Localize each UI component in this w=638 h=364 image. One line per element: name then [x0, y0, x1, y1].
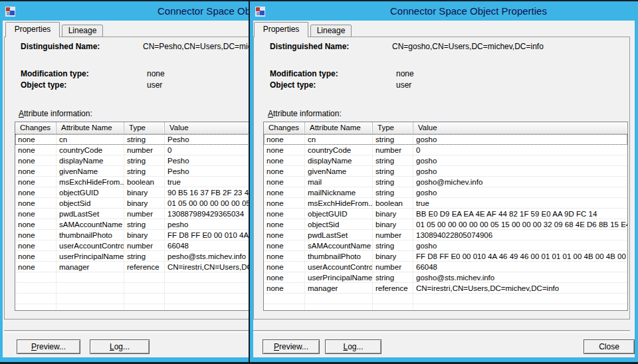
- table-cell: string: [373, 272, 413, 283]
- table-cell: CN=irestri,CN=Users,DC=m: [165, 262, 250, 272]
- table-row[interactable]: nonepwdLastSetnumber130887989429365034: [15, 209, 250, 219]
- table-cell: none: [15, 230, 56, 240]
- table-cell: string: [124, 166, 165, 177]
- header-cell-value[interactable]: Value: [165, 122, 250, 134]
- attribute-table[interactable]: Changes Attribute Name Type Value nonecn…: [15, 122, 250, 311]
- tab-properties[interactable]: Properties: [5, 22, 60, 37]
- table-cell: [124, 272, 165, 283]
- table-cell: reference: [124, 262, 165, 272]
- table-row[interactable]: noneobjectGUIDbinary90 B5 16 37 FB 2F 23…: [15, 187, 250, 198]
- table-row[interactable]: nonemailNicknamestringgosho: [264, 187, 627, 198]
- table-cell: none: [15, 177, 56, 187]
- table-cell: givenName: [56, 166, 124, 177]
- preview-button[interactable]: Preview...: [263, 339, 320, 354]
- table-cell: gosho@michev.info: [413, 177, 627, 187]
- preview-button[interactable]: Preview...: [17, 339, 80, 354]
- table-cell: string: [373, 177, 413, 187]
- table-cell: true: [413, 198, 627, 209]
- table-row[interactable]: nonecountryCodenumber0: [264, 145, 627, 155]
- table-cell: [305, 304, 373, 311]
- titlebar[interactable]: Connector Space Object Properties: [0, 1, 250, 21]
- table-row[interactable]: noneobjectSidbinary01 05 00 00 00 00 00 …: [15, 198, 250, 209]
- table-cell: [124, 283, 165, 294]
- tab-lineage[interactable]: Lineage: [62, 25, 103, 37]
- table-row[interactable]: noneuserAccountControlnumber66048: [15, 240, 250, 251]
- table-row[interactable]: noneuserPrincipalNamestringgosho@sts.mic…: [264, 272, 627, 283]
- table-row[interactable]: noneobjectSidbinary01 05 00 00 00 00 00 …: [264, 219, 627, 230]
- header-cell-value[interactable]: Value: [413, 122, 627, 134]
- table-row[interactable]: nonethumbnailPhotobinaryFF D8 FF E0 00 0…: [15, 230, 250, 240]
- table-row[interactable]: noneuserAccountControlnumber66048: [264, 262, 627, 272]
- table-row-empty: [264, 304, 627, 311]
- table-cell: FF D8 FF E0 00 010 4A 46: [165, 230, 250, 240]
- table-row[interactable]: nonecnstringgosho: [264, 134, 627, 145]
- table-cell: [413, 304, 627, 311]
- header-cell-attribute-name[interactable]: Attribute Name: [56, 122, 124, 134]
- table-cell: Pesho: [165, 166, 250, 177]
- table-cell: [15, 304, 56, 311]
- table-row[interactable]: nonemanagerreferenceCN=irestri,CN=Users,…: [15, 262, 250, 272]
- object-type-value: user: [147, 80, 162, 90]
- table-cell: none: [264, 230, 305, 240]
- table-cell: pwdLastSet: [305, 230, 373, 240]
- table-cell: gosho@sts.michev.info: [413, 272, 627, 283]
- table-cell: none: [15, 166, 56, 177]
- attribute-table[interactable]: Changes Attribute Name Type Value nonecn…: [263, 122, 628, 311]
- window-title: Connector Space Object Properties: [390, 5, 547, 17]
- table-cell: gosho: [413, 155, 627, 166]
- log-button[interactable]: Log...: [325, 339, 381, 354]
- table-row[interactable]: nonedisplayNamestringPesho: [15, 155, 250, 166]
- table-cell: boolean: [373, 198, 413, 209]
- table-cell: none: [264, 187, 305, 198]
- table-row-empty: [15, 294, 250, 304]
- table-row[interactable]: noneobjectGUIDbinaryBB E0 D9 EA EA 4E AF…: [264, 209, 627, 219]
- app-icon[interactable]: [255, 7, 265, 17]
- table-row[interactable]: nonesAMAccountNamestringpesho: [15, 219, 250, 230]
- table-row[interactable]: nonemanagerreferenceCN=irestri,CN=Users,…: [264, 283, 627, 294]
- table-cell: objectSid: [56, 198, 124, 209]
- table-cell: none: [264, 262, 305, 272]
- table-cell: binary: [124, 187, 165, 198]
- table-row[interactable]: nonesAMAccountNamestringgosho: [264, 240, 627, 251]
- table-row[interactable]: nonemailstringgosho@michev.info: [264, 177, 627, 187]
- app-icon[interactable]: [5, 7, 15, 17]
- table-row[interactable]: noneuserPrincipalNamestringpesho@sts.mic…: [15, 251, 250, 262]
- header-cell-type[interactable]: Type: [124, 122, 165, 134]
- table-cell: none: [264, 219, 305, 230]
- table-row[interactable]: nonepwdLastSetnumber130894022805074906: [264, 230, 627, 240]
- tab-lineage[interactable]: Lineage: [310, 25, 352, 37]
- table-row[interactable]: nonemsExchHideFrom...booleantrue: [264, 198, 627, 209]
- header-cell-changes[interactable]: Changes: [264, 122, 305, 134]
- log-button[interactable]: Log...: [90, 339, 150, 354]
- tab-strip: Properties Lineage: [5, 22, 103, 37]
- table-row-empty: [15, 272, 250, 283]
- tab-strip: Properties Lineage: [254, 22, 352, 37]
- header-cell-attribute-name[interactable]: Attribute Name: [305, 122, 373, 134]
- tab-properties[interactable]: Properties: [254, 22, 308, 37]
- table-row[interactable]: nonecnstringPesho: [15, 134, 250, 145]
- table-cell: boolean: [124, 177, 165, 187]
- table-row[interactable]: nonethumbnailPhotobinaryFF D8 FF E0 00 0…: [264, 251, 627, 262]
- table-cell: Pesho: [165, 134, 250, 145]
- table-cell: true: [165, 177, 250, 187]
- table-cell: binary: [124, 230, 165, 240]
- table-row[interactable]: nonegivenNamestringPesho: [15, 166, 250, 177]
- table-row[interactable]: nonedisplayNamestringgosho: [264, 155, 627, 166]
- desktop: { "colors": { "titlebar_blue": "#3cb4e6"…: [0, 0, 638, 364]
- table-cell: [15, 294, 56, 304]
- table-row[interactable]: nonegivenNamestringgosho: [264, 166, 627, 177]
- table-cell: [15, 283, 56, 294]
- table-cell: none: [264, 145, 305, 155]
- table-row[interactable]: nonecountryCodenumber0: [15, 145, 250, 155]
- table-cell: none: [15, 240, 56, 251]
- table-cell: string: [124, 219, 165, 230]
- table-cell: sAMAccountName: [56, 219, 124, 230]
- table-row[interactable]: nonemsExchHideFrom...booleantrue: [15, 177, 250, 187]
- close-button[interactable]: Close: [584, 339, 635, 354]
- table-cell: displayName: [305, 155, 373, 166]
- table-cell: reference: [373, 283, 413, 294]
- header-cell-type[interactable]: Type: [373, 122, 413, 134]
- titlebar[interactable]: Connector Space Object Properties: [250, 1, 638, 21]
- table-cell: none: [264, 177, 305, 187]
- header-cell-changes[interactable]: Changes: [15, 122, 56, 134]
